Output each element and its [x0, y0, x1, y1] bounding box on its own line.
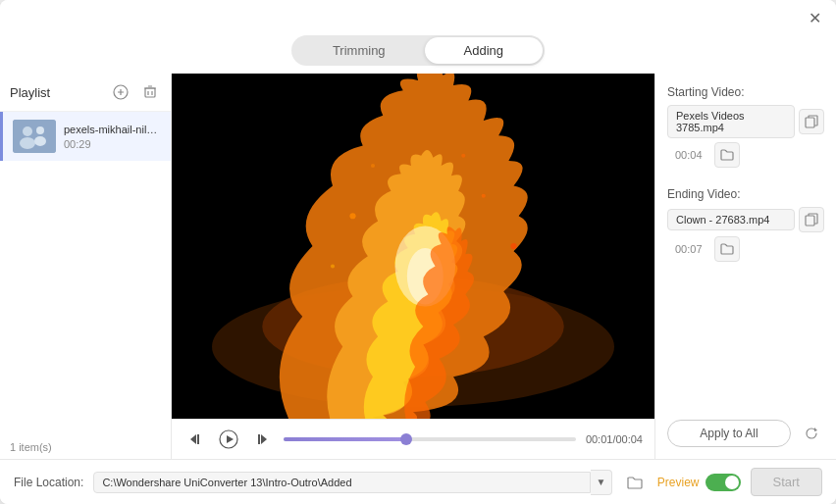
fire-visualization: [172, 74, 654, 419]
svg-point-9: [23, 126, 32, 136]
tab-trimming[interactable]: Trimming: [293, 37, 425, 64]
svg-point-11: [36, 126, 44, 134]
ending-video-section: Ending Video: Clown - 27683.mp4 00:07: [667, 187, 824, 266]
preview-toggle-switch[interactable]: [705, 474, 741, 491]
playlist-title: Playlist: [10, 85, 50, 100]
starting-video-duration-row: 00:04: [667, 142, 824, 168]
video-player: [172, 74, 654, 419]
starting-video-folder-button[interactable]: [714, 142, 740, 168]
playlist-item-info: pexels-mikhail-nilov-6563907.mp4 00:29: [64, 123, 161, 150]
ending-video-paste-button[interactable]: [799, 207, 824, 232]
starting-video-section: Starting Video: Pexels Videos 3785.mp4 0…: [667, 85, 824, 172]
starting-video-row: Pexels Videos 3785.mp4: [667, 105, 824, 138]
playlist-thumbnail: [13, 120, 56, 153]
path-input[interactable]: C:\Wondershare UniConverter 13\Intro-Out…: [93, 472, 590, 493]
ending-video-folder-button[interactable]: [714, 236, 740, 262]
right-panel: Starting Video: Pexels Videos 3785.mp4 0…: [654, 74, 836, 459]
progress-fill: [284, 437, 406, 441]
svg-marker-24: [190, 434, 196, 444]
footer-bar: File Location: C:\Wondershare UniConvert…: [0, 459, 836, 504]
thumbnail-image: [13, 120, 56, 153]
controls-bar: 00:01/00:04: [172, 419, 654, 459]
svg-rect-8: [13, 120, 56, 153]
path-dropdown-button[interactable]: ▼: [591, 470, 612, 495]
play-button[interactable]: [217, 428, 240, 451]
svg-point-22: [371, 164, 375, 168]
svg-rect-29: [258, 434, 260, 444]
progress-handle[interactable]: [400, 433, 412, 445]
main-content: Playlist: [0, 74, 836, 459]
list-item[interactable]: pexels-mikhail-nilov-6563907.mp4 00:29: [0, 112, 171, 161]
refresh-button[interactable]: [799, 421, 824, 446]
svg-rect-30: [806, 118, 814, 127]
time-display: 00:01/00:04: [586, 433, 643, 445]
playlist-item-duration: 00:29: [64, 138, 161, 150]
ending-video-label: Ending Video:: [667, 187, 824, 201]
title-bar: ✕: [0, 0, 836, 35]
start-button[interactable]: Start: [751, 468, 822, 496]
video-area: 00:01/00:04: [172, 74, 654, 459]
ending-video-duration: 00:07: [667, 241, 710, 257]
preview-label: Preview: [657, 476, 700, 489]
svg-rect-31: [806, 216, 814, 226]
playlist-actions: [110, 81, 161, 103]
preview-toggle: Preview: [657, 474, 741, 491]
svg-point-19: [482, 194, 486, 198]
starting-video-label: Starting Video:: [667, 85, 824, 99]
ending-video-duration-row: 00:07: [667, 236, 824, 262]
app-window: ✕ Trimming Adding Playlist: [0, 0, 836, 504]
playlist-count: 1 item(s): [0, 435, 171, 459]
starting-video-filename: Pexels Videos 3785.mp4: [667, 105, 795, 138]
ending-video-row: Clown - 27683.mp4: [667, 207, 824, 232]
svg-rect-3: [145, 88, 155, 97]
svg-point-10: [20, 137, 35, 149]
svg-marker-28: [261, 434, 267, 444]
delete-playlist-button[interactable]: [139, 81, 161, 103]
svg-rect-25: [197, 434, 199, 444]
file-location-label: File Location:: [14, 476, 83, 489]
starting-video-paste-button[interactable]: [799, 109, 824, 134]
next-button[interactable]: [250, 428, 274, 451]
svg-point-18: [349, 213, 355, 219]
tab-bar: Trimming Adding: [0, 35, 836, 74]
starting-video-duration: 00:04: [667, 147, 710, 163]
sidebar: Playlist: [0, 74, 172, 459]
apply-row: Apply to All: [667, 412, 824, 447]
svg-point-21: [510, 243, 516, 249]
playlist-item-name: pexels-mikhail-nilov-6563907.mp4: [64, 123, 161, 136]
tab-adding[interactable]: Adding: [425, 37, 543, 64]
apply-to-all-button[interactable]: Apply to All: [667, 420, 791, 447]
ending-video-filename: Clown - 27683.mp4: [667, 209, 795, 230]
video-frame: [172, 74, 654, 419]
svg-marker-27: [227, 435, 234, 443]
close-button[interactable]: ✕: [805, 8, 824, 27]
path-wrapper: C:\Wondershare UniConverter 13\Intro-Out…: [93, 470, 611, 495]
progress-bar[interactable]: [284, 437, 576, 441]
tab-container: Trimming Adding: [291, 35, 545, 66]
add-playlist-button[interactable]: [110, 81, 131, 103]
browse-folder-button[interactable]: [622, 470, 648, 495]
svg-point-23: [461, 154, 465, 158]
toggle-thumb: [725, 476, 739, 489]
svg-marker-32: [814, 428, 817, 431]
prev-button[interactable]: [183, 428, 207, 451]
svg-point-12: [34, 136, 46, 146]
svg-point-20: [331, 264, 335, 268]
playlist-header: Playlist: [0, 74, 171, 112]
